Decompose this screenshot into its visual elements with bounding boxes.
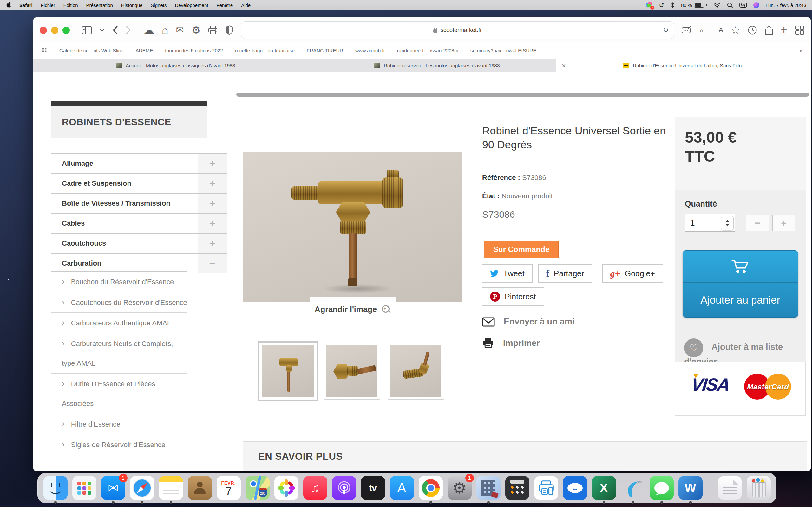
dock-document-stack-icon[interactable] [718, 476, 742, 500]
decrease-font-icon[interactable]: A [700, 27, 703, 33]
expand-plus-icon[interactable]: + [198, 214, 227, 233]
send-to-friend-link[interactable]: Envoyer à un ami [482, 317, 575, 327]
dock-notes-icon[interactable] [159, 476, 183, 500]
settings-gear-icon[interactable]: ⚙ [192, 25, 201, 35]
dock-calculator-icon[interactable] [505, 476, 529, 500]
subcategory-durite[interactable]: ›Durite D'Essence et Pièces Associées [51, 373, 187, 413]
dock-printer-utility-icon[interactable] [534, 476, 558, 500]
favorites-overflow-chevron[interactable]: » [799, 48, 803, 54]
menu-aide[interactable]: Aide [241, 3, 251, 8]
increase-font-icon[interactable]: A [719, 26, 723, 34]
tab-robinet-essence-active[interactable]: ✕ Robinet d'Essence Universel en Laiton,… [556, 59, 811, 72]
history-clock-icon[interactable] [748, 25, 757, 35]
thumbnail-2[interactable] [323, 342, 380, 400]
category-cables[interactable]: Câbles + [51, 213, 227, 233]
autofill-icon[interactable] [681, 26, 693, 35]
category-carburation[interactable]: Carburation − [51, 253, 227, 273]
add-to-cart-button[interactable]: Ajouter au panier [682, 250, 798, 318]
dock-trash-full-icon[interactable] [747, 476, 771, 500]
share-icon[interactable] [765, 25, 773, 35]
bookmark-star-icon[interactable]: ☆ [731, 25, 740, 35]
dock-finance-calculator-icon[interactable] [476, 476, 501, 500]
collapse-minus-icon[interactable]: − [198, 254, 227, 273]
quantity-plus-button[interactable]: + [772, 215, 795, 231]
control-center-icon[interactable] [740, 3, 747, 8]
dock-appstore-icon[interactable]: A [390, 476, 414, 500]
subcategory-sigles[interactable]: ›Sigles de Réservoir d'Essence [51, 434, 187, 455]
expand-plus-icon[interactable]: + [198, 194, 227, 213]
apple-menu-icon[interactable] [6, 2, 11, 9]
address-bar[interactable]: scootermarket.fr ↻ [241, 21, 674, 39]
dock-contacts-icon[interactable] [188, 476, 212, 500]
expand-plus-icon[interactable]: + [198, 154, 227, 173]
wifi-icon[interactable] [714, 3, 721, 8]
dock-word-icon[interactable]: W [678, 476, 703, 500]
menu-developpement[interactable]: Développement [175, 3, 208, 8]
expand-plus-icon[interactable]: + [198, 234, 227, 253]
favorite-item[interactable]: randonnee-t…ossau-2208m [397, 48, 458, 54]
print-icon[interactable] [208, 26, 217, 35]
favorite-item[interactable]: FRANC TIREUR [307, 48, 343, 54]
menu-edition[interactable]: Édition [63, 3, 78, 8]
subcategory-caoutchoucs-reservoir[interactable]: ›Caoutchoucs du Réservoir d'Essence [51, 292, 187, 313]
category-boite-vitesses[interactable]: Boîte de Vitesses / Transmission + [51, 193, 227, 213]
favorite-item[interactable]: Galerie de co…nts Web Slice [59, 48, 123, 54]
battery-indicator[interactable]: 80 % [681, 3, 707, 8]
dock-chrome-icon[interactable] [419, 476, 443, 500]
dock-system-preferences-icon[interactable]: ⚙1 [448, 476, 472, 500]
more-info-section-header[interactable]: EN SAVOIR PLUS [243, 441, 807, 471]
tab-robinet-reservoir[interactable]: Robinet réservoir - Les motos anglaises … [318, 59, 556, 72]
tab-overview-icon[interactable] [795, 25, 804, 35]
favorite-item[interactable]: summary?pax…ow=LEISURE [470, 48, 537, 54]
dock-appletv-icon[interactable]: tv [361, 476, 385, 500]
dock-safari-icon[interactable] [130, 476, 154, 500]
favorite-item[interactable]: ADEME [136, 48, 153, 54]
dock-launchpad-icon[interactable] [72, 476, 96, 500]
quantity-stepper[interactable] [721, 216, 734, 230]
spotlight-icon[interactable] [727, 2, 733, 8]
forward-button[interactable] [125, 25, 131, 35]
quantity-minus-button[interactable]: − [746, 215, 769, 231]
home-icon[interactable]: ⌂ [162, 25, 168, 36]
menu-clock[interactable]: Lun. 7 févr. à 20:43 [766, 3, 806, 8]
sidebar-toggle-icon[interactable] [82, 26, 92, 34]
print-product-link[interactable]: Imprimer [482, 338, 540, 349]
favorite-item[interactable]: www.airbnb.fr [355, 48, 385, 54]
dock-music-icon[interactable]: ♫ [303, 476, 327, 500]
tweet-button[interactable]: Tweet [482, 264, 532, 283]
dock-mail-icon[interactable]: ✉1 [101, 476, 125, 500]
subcategory-carburateurs-amal[interactable]: ›Carburateurs Authentique AMAL [51, 313, 187, 333]
colorful-app-menu-icon[interactable]: ✕ [646, 2, 653, 8]
dock-finder-icon[interactable] [44, 476, 67, 500]
dock-photos-icon[interactable] [274, 476, 299, 500]
category-allumage[interactable]: Allumage + [51, 153, 227, 173]
time-machine-icon[interactable]: ↺ [659, 2, 664, 9]
dock-calendar-icon[interactable]: FÉVR. 7 [217, 476, 241, 500]
minimize-window-button[interactable] [51, 26, 58, 34]
product-photo[interactable] [243, 152, 461, 302]
dock-podcasts-icon[interactable] [332, 476, 356, 500]
new-tab-icon[interactable]: + [780, 24, 787, 36]
reload-icon[interactable]: ↻ [663, 26, 668, 34]
favorite-item[interactable]: recette-bagu…on-francaise [235, 48, 295, 54]
menu-presentation[interactable]: Présentation [86, 3, 113, 8]
zoom-image-button[interactable]: Agrandir l'image + [310, 297, 396, 322]
category-cadre-suspension[interactable]: Cadre et Suspension + [51, 173, 227, 193]
siri-icon[interactable] [753, 2, 759, 8]
dock-teamviewer-icon[interactable]: ↔ [563, 476, 587, 500]
tab-group-chevron-icon[interactable] [100, 29, 105, 32]
tab-accueil[interactable]: Accueil - Motos anglaises classiques d'a… [33, 59, 318, 72]
subcategory-bouchon[interactable]: ›Bouchon du Réservoir d'Essence [51, 271, 187, 292]
favorites-grid-icon[interactable] [42, 48, 47, 54]
bluetooth-icon[interactable] [670, 2, 675, 8]
close-tab-icon[interactable]: ✕ [562, 63, 566, 69]
dock-blue-swoosh-app-icon[interactable] [621, 476, 645, 500]
thumbnail-1-selected[interactable] [258, 341, 318, 401]
menu-app-name[interactable]: Safari [19, 3, 33, 8]
thumbnail-3[interactable] [388, 342, 444, 400]
zoom-window-button[interactable] [62, 26, 70, 34]
menu-signets[interactable]: Signets [151, 3, 166, 8]
category-caoutchoucs[interactable]: Caoutchoucs + [51, 233, 227, 253]
subcategory-filtre[interactable]: ›Filtre d'Essence [51, 413, 187, 434]
icloud-icon[interactable]: ☁ [143, 25, 154, 36]
